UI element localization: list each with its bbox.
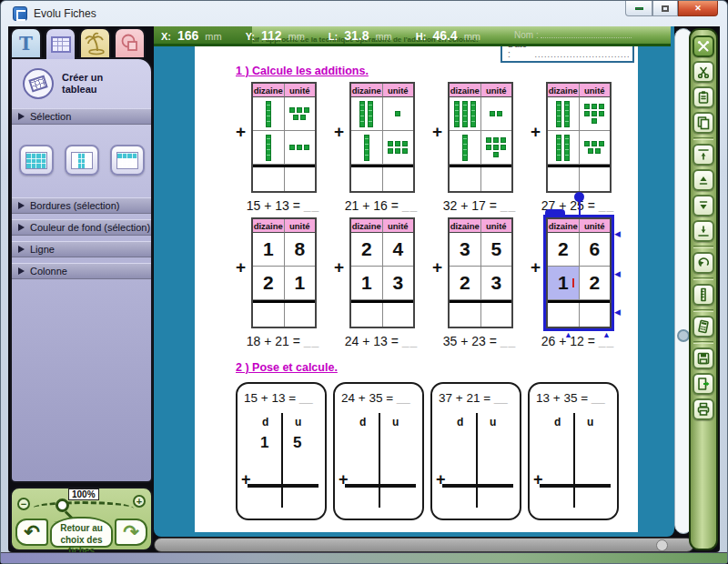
pose-box[interactable]: 24 + 35 = __du+ — [333, 382, 424, 520]
table-grid[interactable]: dizaineunité2413 — [349, 217, 415, 328]
equation-text[interactable]: 15 + 13 = __ — [244, 391, 313, 405]
tens-cell[interactable] — [548, 131, 579, 165]
units-cell[interactable]: 8 — [284, 233, 316, 267]
table-grid[interactable]: dizaineunité3523 — [448, 217, 513, 328]
tens-cell[interactable] — [450, 97, 480, 131]
maximize-button[interactable] — [652, 1, 678, 16]
cut-button[interactable] — [693, 61, 714, 83]
section-row[interactable]: Ligne — [12, 241, 151, 257]
tens-cell[interactable] — [351, 97, 382, 131]
block-addition-table[interactable]: +dizaineunité21 + 16 = __ — [349, 82, 415, 213]
tab-shapes[interactable] — [114, 27, 146, 57]
result-units-cell[interactable] — [480, 303, 512, 327]
result-units-cell[interactable] — [382, 303, 414, 327]
tens-cell[interactable] — [548, 97, 579, 131]
section-column[interactable]: Colonne — [12, 263, 151, 279]
selection-corner-tab[interactable] — [545, 209, 565, 217]
tens-cell[interactable]: 2 — [548, 233, 579, 267]
equation-text[interactable]: 13 + 35 = __ — [536, 391, 605, 405]
tens-cell[interactable]: 1 — [351, 267, 382, 300]
tab-text[interactable]: T — [10, 27, 42, 57]
export-button[interactable] — [693, 373, 714, 395]
table-grid[interactable]: dizaineunité — [546, 82, 612, 193]
section-borders[interactable]: Bordures (sélection) — [12, 197, 151, 214]
pose-box[interactable]: 13 + 35 = __du+ — [528, 382, 619, 520]
section2-title[interactable]: 2 ) Pose et calcule. — [236, 361, 338, 374]
result-tens-cell[interactable] — [548, 303, 579, 327]
create-table-button[interactable]: Créer un tableau — [12, 59, 151, 108]
units-cell[interactable] — [480, 131, 512, 165]
undo-button[interactable] — [693, 252, 714, 274]
equation-text[interactable]: 21 + 16 = __ — [333, 198, 430, 213]
selected-cell[interactable]: 1 — [548, 267, 579, 300]
back-to-sheets-button[interactable]: Retour au choix des fiches — [50, 517, 113, 548]
units-cell[interactable] — [284, 131, 316, 165]
tens-cell[interactable]: 2 — [351, 233, 382, 267]
result-units-cell[interactable] — [579, 303, 611, 327]
block-addition-table[interactable]: +dizaineunité15 + 13 = __ — [251, 82, 317, 213]
select-all-button[interactable] — [19, 145, 54, 176]
tens-cell[interactable]: 1 — [253, 233, 284, 267]
table-grid[interactable]: dizaineunité — [251, 82, 317, 193]
result-tens-cell[interactable] — [450, 167, 480, 191]
units-cell[interactable] — [579, 131, 611, 165]
tens-cell[interactable] — [253, 97, 284, 131]
table-grid[interactable]: dizaineunité2612 — [546, 217, 612, 328]
redo-arrow-button[interactable]: ↷ — [115, 519, 147, 546]
units-cell[interactable]: 1 — [284, 267, 316, 300]
tools-button[interactable] — [693, 35, 714, 57]
print-button[interactable] — [693, 398, 714, 420]
move-down-button[interactable] — [693, 195, 714, 217]
units-cell[interactable] — [284, 97, 316, 131]
equation-text[interactable]: 15 + 13 = __ — [235, 198, 331, 213]
equation-text[interactable]: 18 + 21 = __ — [235, 334, 331, 348]
section-background-color[interactable]: Couleur de fond (sélection) — [12, 219, 151, 236]
save-button[interactable] — [693, 347, 714, 369]
tens-cell[interactable] — [450, 131, 480, 165]
bring-to-front-button[interactable] — [693, 144, 714, 166]
digit-addition-table[interactable]: +dizaineunité241324 + 13 = __ — [349, 217, 415, 348]
tens-cell[interactable] — [351, 131, 382, 165]
send-to-back-button[interactable] — [693, 220, 714, 242]
zoom-slider-track[interactable] — [32, 501, 134, 516]
equation-text[interactable]: 37 + 21 = __ — [439, 391, 508, 405]
close-button[interactable]: ✕ — [678, 1, 718, 16]
tens-cell[interactable]: 2 — [253, 267, 284, 300]
horizontal-scrollbar[interactable] — [154, 538, 694, 552]
copy-button[interactable] — [693, 112, 714, 134]
selection-handle-triangle[interactable]: ▲ — [602, 331, 611, 339]
units-cell[interactable]: 2 — [579, 267, 611, 300]
result-units-cell[interactable] — [579, 167, 611, 191]
equation-text[interactable]: 24 + 35 = __ — [341, 391, 410, 405]
select-rows-button[interactable] — [110, 145, 145, 176]
paste-button[interactable] — [693, 86, 714, 108]
worksheet-page[interactable]: Nom : Date : ...........................… — [195, 26, 638, 532]
calculator-button[interactable] — [693, 316, 714, 337]
result-units-cell[interactable] — [480, 167, 512, 191]
units-cell[interactable] — [382, 131, 414, 165]
section1-title[interactable]: 1 ) Calcule les additions. — [236, 65, 369, 77]
digit-addition-table[interactable]: +dizaineunité182118 + 21 = __ — [251, 217, 317, 348]
zoom-in-button[interactable]: + — [133, 495, 146, 508]
minimize-button[interactable] — [625, 1, 652, 16]
selection-handle-knob[interactable] — [574, 192, 584, 202]
equation-text[interactable]: 35 + 23 = __ — [431, 334, 528, 348]
tab-image[interactable] — [79, 27, 111, 57]
vertical-scroll-thumb[interactable] — [677, 329, 690, 342]
units-cell[interactable]: 3 — [480, 267, 512, 300]
ruler-button[interactable] — [693, 284, 714, 306]
horizontal-scroll-thumb[interactable] — [656, 539, 668, 551]
result-tens-cell[interactable] — [351, 167, 382, 191]
zoom-slider-knob[interactable] — [56, 499, 69, 512]
undo-arrow-button[interactable]: ↶ — [15, 519, 48, 546]
digit-addition-table[interactable]: +◀◀◀▲▲dizaineunité261226 + 12 = __ — [546, 217, 612, 348]
result-tens-cell[interactable] — [351, 303, 382, 327]
table-grid[interactable]: dizaineunité — [349, 82, 415, 193]
units-cell[interactable]: 6 — [579, 233, 611, 267]
equation-text[interactable]: 26 + 12 = __ — [530, 334, 626, 348]
section-selection[interactable]: Sélection — [12, 108, 151, 125]
result-tens-cell[interactable] — [253, 303, 284, 327]
block-addition-table[interactable]: +dizaineunité32 + 17 = __ — [448, 82, 513, 213]
tab-table[interactable] — [45, 27, 76, 59]
equation-text[interactable]: 24 + 13 = __ — [333, 334, 430, 348]
